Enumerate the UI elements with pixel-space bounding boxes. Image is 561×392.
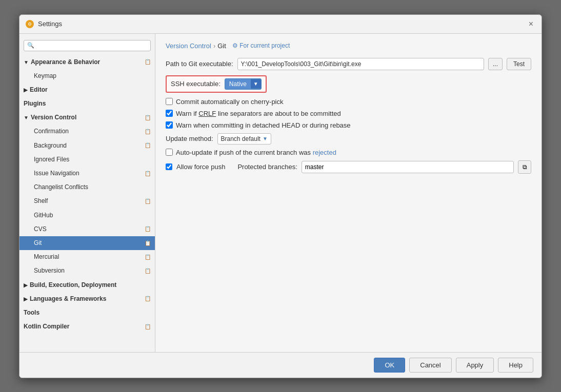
update-method-dropdown[interactable]: Branch default ▼ (217, 133, 271, 145)
ellipsis-button[interactable]: ... (488, 58, 503, 70)
breadcrumb-separator: › (213, 42, 215, 50)
help-button[interactable]: Help (498, 358, 533, 373)
close-button[interactable]: × (527, 19, 535, 29)
breadcrumb-parent[interactable]: Version Control (166, 42, 211, 50)
auto-update-label: Auto-update if push of the current branc… (176, 149, 336, 156)
test-button[interactable]: Test (507, 58, 531, 70)
sidebar-item-version-control[interactable]: ▼Version Control 📋 (19, 111, 155, 125)
expand-arrow: ▼ (24, 59, 29, 65)
sidebar-item-languages-frameworks[interactable]: ▶Languages & Frameworks 📋 (19, 292, 155, 306)
sidebar-item-ignored-files[interactable]: Ignored Files (19, 153, 155, 167)
sidebar-item-appearance-behavior[interactable]: ▼Appearance & Behavior 📋 (19, 55, 155, 69)
sidebar-item-git[interactable]: Git 📋 (19, 236, 155, 250)
title-bar: ⚙ Settings × (19, 15, 542, 34)
sidebar-item-github[interactable]: GitHub (19, 209, 155, 222)
crlf-underline: CRLF (198, 110, 216, 117)
main-content: Version Control › Git ⚙ For current proj… (155, 34, 542, 352)
ssh-dropdown-value: Native (225, 79, 251, 89)
apply-button[interactable]: Apply (456, 358, 494, 373)
search-box[interactable]: 🔍 (24, 40, 151, 51)
force-push-label: Allow force push (176, 163, 225, 171)
sidebar: 🔍 ▼Appearance & Behavior 📋 Keymap ▶Edito… (19, 34, 155, 352)
sidebar-icon: 📋 (145, 323, 151, 331)
crlf-label: Warn if CRLF line separators are about t… (176, 110, 341, 117)
search-input[interactable] (36, 42, 147, 49)
title-bar-left: ⚙ Settings (26, 20, 62, 28)
force-push-checkbox[interactable] (166, 163, 172, 170)
sidebar-icon: 📋 (145, 295, 151, 303)
for-current-project-link[interactable]: ⚙ For current project (232, 42, 290, 49)
detached-head-row: Warn when committing in detached HEAD or… (166, 121, 531, 129)
dropdown-arrow-icon: ▼ (263, 136, 268, 141)
auto-update-row: Auto-update if push of the current branc… (166, 149, 531, 156)
crlf-checkbox[interactable] (166, 110, 173, 117)
sidebar-item-shelf[interactable]: Shelf 📋 (19, 194, 155, 208)
protected-branches-input[interactable] (302, 161, 514, 173)
sidebar-icon: 📋 (145, 253, 151, 261)
sidebar-item-kotlin-compiler[interactable]: Kotlin Compiler 📋 (19, 320, 155, 334)
sidebar-icon: 📋 (145, 128, 151, 136)
git-path-row: Path to Git executable: ... Test (166, 58, 531, 70)
force-push-row: Allow force push Protected branches: ⧉ (166, 160, 531, 174)
footer: OK Cancel Apply Help (19, 352, 542, 378)
breadcrumb: Version Control › Git ⚙ For current proj… (166, 42, 531, 50)
update-method-label: Update method: (166, 135, 213, 142)
search-icon: 🔍 (27, 42, 34, 49)
dialog-title: Settings (38, 20, 62, 28)
detached-head-checkbox[interactable] (166, 121, 173, 129)
sidebar-item-tools[interactable]: Tools (19, 306, 155, 320)
expand-arrow-lang: ▶ (24, 296, 28, 302)
update-method-value: Branch default (221, 135, 261, 142)
cherry-pick-row: Commit automatically on cherry-pick (166, 98, 531, 106)
breadcrumb-current: Git (217, 42, 226, 50)
copy-button[interactable]: ⧉ (518, 160, 531, 174)
ok-button[interactable]: OK (374, 358, 405, 373)
update-method-row: Update method: Branch default ▼ (166, 133, 531, 145)
sidebar-icon: 📋 (145, 170, 151, 178)
sidebar-icon: 📋 (145, 197, 151, 205)
sidebar-vc-icon: 📋 (145, 114, 151, 122)
sidebar-icon: 📋 (145, 141, 151, 150)
sidebar-item-build-execution[interactable]: ▶Build, Execution, Deployment (19, 278, 155, 292)
sidebar-item-mercurial[interactable]: Mercurial 📋 (19, 250, 155, 264)
cherry-pick-label: Commit automatically on cherry-pick (176, 98, 284, 106)
ssh-box: SSH executable: Native ▼ (166, 75, 267, 93)
expand-arrow-vc: ▼ (24, 115, 29, 120)
cherry-pick-checkbox[interactable] (166, 98, 173, 105)
auto-update-checkbox[interactable] (166, 149, 173, 156)
git-path-input[interactable] (237, 58, 484, 70)
cancel-button[interactable]: Cancel (409, 358, 451, 373)
sidebar-item-issue-navigation[interactable]: Issue Navigation 📋 (19, 167, 155, 180)
ssh-label: SSH executable: (171, 80, 221, 88)
protected-branches-label: Protected branches: (237, 163, 297, 171)
sidebar-item-editor[interactable]: ▶Editor (19, 83, 155, 97)
sidebar-item-confirmation[interactable]: Confirmation 📋 (19, 125, 155, 138)
sidebar-item-background[interactable]: Background 📋 (19, 139, 155, 153)
sidebar-icon: 📋 (145, 58, 151, 66)
ssh-dropdown[interactable]: Native ▼ (225, 78, 262, 90)
crlf-row: Warn if CRLF line separators are about t… (166, 110, 531, 117)
sidebar-item-keymap[interactable]: Keymap (19, 69, 155, 83)
sidebar-icon: 📋 (145, 267, 151, 275)
path-label: Path to Git executable: (166, 60, 233, 68)
sidebar-item-changelist-conflicts[interactable]: Changelist Conflicts (19, 180, 155, 194)
sidebar-item-subversion[interactable]: Subversion 📋 (19, 264, 155, 278)
sidebar-icon: 📋 (145, 239, 151, 247)
sidebar-icon: 📋 (145, 225, 151, 233)
expand-arrow-editor: ▶ (24, 87, 28, 93)
sidebar-item-cvs[interactable]: CVS 📋 (19, 222, 155, 236)
settings-dialog: ⚙ Settings × 🔍 ▼Appearance & Behavior 📋 … (19, 14, 542, 378)
expand-arrow-build: ▶ (24, 282, 28, 288)
settings-icon: ⚙ (26, 20, 34, 28)
ssh-dropdown-arrow[interactable]: ▼ (251, 79, 261, 88)
sidebar-item-plugins[interactable]: Plugins (19, 97, 155, 111)
detached-head-label: Warn when committing in detached HEAD or… (176, 121, 351, 129)
ssh-row: SSH executable: Native ▼ (166, 75, 531, 93)
content-area: 🔍 ▼Appearance & Behavior 📋 Keymap ▶Edito… (19, 34, 542, 352)
